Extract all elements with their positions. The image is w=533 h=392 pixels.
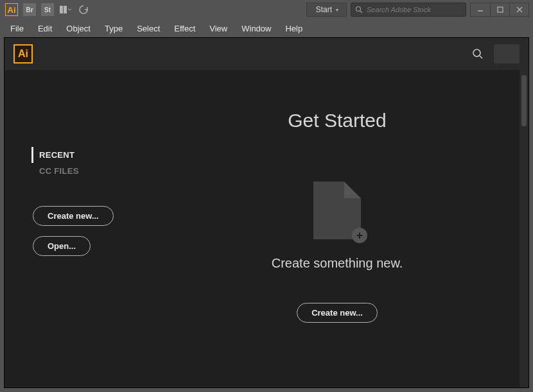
search-icon — [355, 6, 363, 13]
close-button[interactable] — [509, 3, 529, 16]
svg-point-8 — [473, 49, 480, 56]
sync-icon[interactable] — [77, 3, 90, 16]
sidebar: RECENT CC FILES Create new... Open... — [4, 70, 146, 388]
scrollbar[interactable] — [520, 70, 529, 388]
sidebar-tab-recent[interactable]: RECENT — [31, 147, 130, 163]
stock-icon[interactable]: St — [41, 3, 54, 16]
menu-object[interactable]: Object — [60, 21, 97, 36]
titlebar: Ai Br St Start ▾ — [0, 0, 533, 19]
minimize-button[interactable] — [471, 3, 490, 16]
main-area: Get Started + Create something new. Crea… — [146, 70, 529, 388]
window-controls — [470, 3, 529, 17]
new-document-icon: + — [313, 182, 361, 239]
start-workspace: Ai RECENT CC FILES Create new... Open...… — [4, 37, 529, 388]
chevron-down-icon: ▾ — [336, 7, 338, 13]
bridge-icon[interactable]: Br — [23, 3, 36, 16]
sidebar-create-new-button[interactable]: Create new... — [33, 206, 114, 226]
header-account-button[interactable] — [494, 44, 520, 64]
header-search-button[interactable] — [468, 44, 487, 64]
menu-window[interactable]: Window — [235, 21, 277, 36]
menu-view[interactable]: View — [203, 21, 234, 36]
menu-select[interactable]: Select — [130, 21, 166, 36]
headline: Get Started — [288, 110, 386, 132]
sidebar-open-button[interactable]: Open... — [33, 236, 91, 256]
menu-file[interactable]: File — [4, 21, 30, 36]
menu-help[interactable]: Help — [279, 21, 309, 36]
workspace-switcher[interactable]: Start ▾ — [306, 3, 347, 17]
search-icon — [472, 48, 484, 60]
sidebar-tab-ccfiles[interactable]: CC FILES — [33, 163, 130, 179]
svg-rect-5 — [498, 7, 503, 12]
maximize-button[interactable] — [490, 3, 509, 16]
app-icon: Ai — [5, 3, 18, 16]
menu-effect[interactable]: Effect — [168, 21, 202, 36]
svg-line-9 — [480, 56, 482, 58]
menubar: File Edit Object Type Select Effect View… — [0, 19, 533, 37]
panel-layout-icon[interactable] — [59, 3, 72, 16]
svg-rect-1 — [64, 6, 67, 13]
svg-point-2 — [356, 7, 361, 12]
menu-type[interactable]: Type — [98, 21, 129, 36]
tagline: Create something new. — [272, 256, 403, 271]
scrollbar-thumb[interactable] — [521, 75, 527, 126]
main-create-new-button[interactable]: Create new... — [297, 303, 378, 323]
svg-line-3 — [360, 11, 362, 13]
illustrator-logo: Ai — [13, 44, 33, 64]
stock-search[interactable] — [351, 3, 466, 17]
start-header: Ai — [4, 38, 529, 70]
stock-search-input[interactable] — [367, 6, 462, 13]
svg-rect-0 — [60, 6, 63, 13]
menu-edit[interactable]: Edit — [31, 21, 58, 36]
plus-icon: + — [352, 228, 367, 243]
workspace-label: Start — [316, 5, 332, 14]
